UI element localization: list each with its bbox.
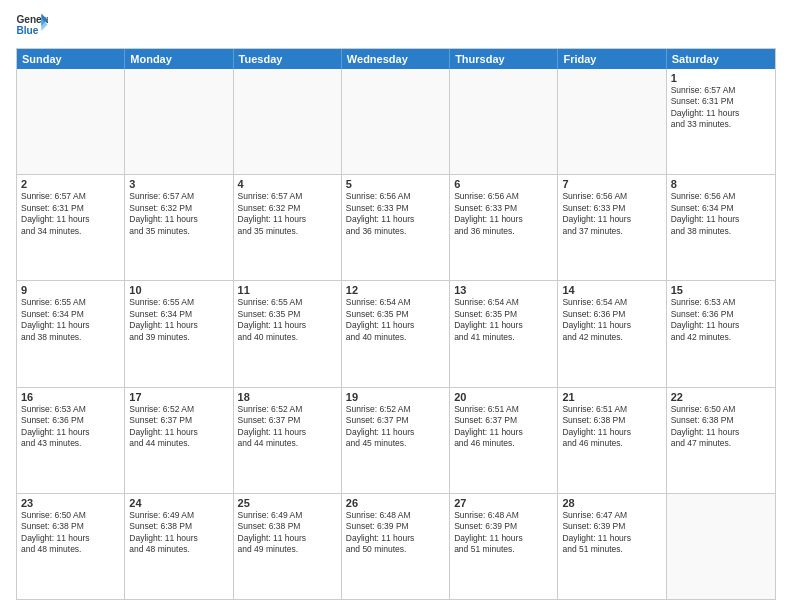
cell-day-number: 9 [21,284,120,296]
calendar-cell: 20Sunrise: 6:51 AM Sunset: 6:37 PM Dayli… [450,388,558,493]
calendar-cell [125,69,233,174]
calendar-cell: 18Sunrise: 6:52 AM Sunset: 6:37 PM Dayli… [234,388,342,493]
calendar-cell: 11Sunrise: 6:55 AM Sunset: 6:35 PM Dayli… [234,281,342,386]
logo-icon: General Blue [16,12,48,40]
logo: General Blue [16,12,48,40]
cell-info: Sunrise: 6:57 AM Sunset: 6:32 PM Dayligh… [129,191,228,237]
svg-text:Blue: Blue [16,25,38,36]
cell-day-number: 13 [454,284,553,296]
cell-info: Sunrise: 6:52 AM Sunset: 6:37 PM Dayligh… [346,404,445,450]
calendar-cell [17,69,125,174]
cell-day-number: 25 [238,497,337,509]
cell-day-number: 21 [562,391,661,403]
cell-day-number: 19 [346,391,445,403]
cell-info: Sunrise: 6:53 AM Sunset: 6:36 PM Dayligh… [671,297,771,343]
cell-info: Sunrise: 6:48 AM Sunset: 6:39 PM Dayligh… [346,510,445,556]
cell-day-number: 14 [562,284,661,296]
cell-day-number: 24 [129,497,228,509]
week-row-0: 1Sunrise: 6:57 AM Sunset: 6:31 PM Daylig… [17,69,775,175]
calendar-cell: 1Sunrise: 6:57 AM Sunset: 6:31 PM Daylig… [667,69,775,174]
cell-day-number: 17 [129,391,228,403]
calendar-cell: 9Sunrise: 6:55 AM Sunset: 6:34 PM Daylig… [17,281,125,386]
cell-day-number: 12 [346,284,445,296]
calendar-cell: 15Sunrise: 6:53 AM Sunset: 6:36 PM Dayli… [667,281,775,386]
calendar-cell: 16Sunrise: 6:53 AM Sunset: 6:36 PM Dayli… [17,388,125,493]
calendar-cell: 22Sunrise: 6:50 AM Sunset: 6:38 PM Dayli… [667,388,775,493]
cell-day-number: 28 [562,497,661,509]
cell-info: Sunrise: 6:53 AM Sunset: 6:36 PM Dayligh… [21,404,120,450]
calendar-cell: 14Sunrise: 6:54 AM Sunset: 6:36 PM Dayli… [558,281,666,386]
cell-day-number: 23 [21,497,120,509]
cell-day-number: 3 [129,178,228,190]
week-row-2: 9Sunrise: 6:55 AM Sunset: 6:34 PM Daylig… [17,281,775,387]
cell-day-number: 1 [671,72,771,84]
cell-info: Sunrise: 6:55 AM Sunset: 6:34 PM Dayligh… [21,297,120,343]
cell-info: Sunrise: 6:54 AM Sunset: 6:35 PM Dayligh… [454,297,553,343]
weeks: 1Sunrise: 6:57 AM Sunset: 6:31 PM Daylig… [17,69,775,599]
cell-info: Sunrise: 6:55 AM Sunset: 6:34 PM Dayligh… [129,297,228,343]
calendar-cell: 3Sunrise: 6:57 AM Sunset: 6:32 PM Daylig… [125,175,233,280]
cell-day-number: 8 [671,178,771,190]
cell-info: Sunrise: 6:49 AM Sunset: 6:38 PM Dayligh… [238,510,337,556]
calendar-cell [450,69,558,174]
cell-info: Sunrise: 6:48 AM Sunset: 6:39 PM Dayligh… [454,510,553,556]
cell-info: Sunrise: 6:52 AM Sunset: 6:37 PM Dayligh… [238,404,337,450]
cell-info: Sunrise: 6:51 AM Sunset: 6:38 PM Dayligh… [562,404,661,450]
calendar-cell: 23Sunrise: 6:50 AM Sunset: 6:38 PM Dayli… [17,494,125,599]
cell-day-number: 15 [671,284,771,296]
page: General Blue SundayMondayTuesdayWednesda… [0,0,792,612]
cell-day-number: 5 [346,178,445,190]
day-header-wednesday: Wednesday [342,49,450,69]
cell-info: Sunrise: 6:56 AM Sunset: 6:33 PM Dayligh… [454,191,553,237]
cell-info: Sunrise: 6:57 AM Sunset: 6:32 PM Dayligh… [238,191,337,237]
calendar-cell: 6Sunrise: 6:56 AM Sunset: 6:33 PM Daylig… [450,175,558,280]
calendar-cell [342,69,450,174]
calendar-cell: 19Sunrise: 6:52 AM Sunset: 6:37 PM Dayli… [342,388,450,493]
calendar-cell: 10Sunrise: 6:55 AM Sunset: 6:34 PM Dayli… [125,281,233,386]
cell-info: Sunrise: 6:57 AM Sunset: 6:31 PM Dayligh… [21,191,120,237]
calendar-cell: 28Sunrise: 6:47 AM Sunset: 6:39 PM Dayli… [558,494,666,599]
cell-day-number: 26 [346,497,445,509]
day-header-sunday: Sunday [17,49,125,69]
cell-info: Sunrise: 6:56 AM Sunset: 6:33 PM Dayligh… [562,191,661,237]
cell-info: Sunrise: 6:51 AM Sunset: 6:37 PM Dayligh… [454,404,553,450]
day-header-saturday: Saturday [667,49,775,69]
week-row-3: 16Sunrise: 6:53 AM Sunset: 6:36 PM Dayli… [17,388,775,494]
day-header-thursday: Thursday [450,49,558,69]
calendar-cell: 21Sunrise: 6:51 AM Sunset: 6:38 PM Dayli… [558,388,666,493]
cell-day-number: 11 [238,284,337,296]
calendar-cell [558,69,666,174]
cell-info: Sunrise: 6:55 AM Sunset: 6:35 PM Dayligh… [238,297,337,343]
cell-day-number: 16 [21,391,120,403]
cell-info: Sunrise: 6:50 AM Sunset: 6:38 PM Dayligh… [671,404,771,450]
day-header-friday: Friday [558,49,666,69]
cell-day-number: 4 [238,178,337,190]
header: General Blue [16,12,776,40]
calendar-cell: 7Sunrise: 6:56 AM Sunset: 6:33 PM Daylig… [558,175,666,280]
cell-day-number: 7 [562,178,661,190]
calendar-cell: 27Sunrise: 6:48 AM Sunset: 6:39 PM Dayli… [450,494,558,599]
day-header-monday: Monday [125,49,233,69]
cell-day-number: 20 [454,391,553,403]
cell-day-number: 27 [454,497,553,509]
week-row-1: 2Sunrise: 6:57 AM Sunset: 6:31 PM Daylig… [17,175,775,281]
cell-day-number: 6 [454,178,553,190]
calendar-cell: 8Sunrise: 6:56 AM Sunset: 6:34 PM Daylig… [667,175,775,280]
cell-day-number: 2 [21,178,120,190]
week-row-4: 23Sunrise: 6:50 AM Sunset: 6:38 PM Dayli… [17,494,775,599]
calendar-cell: 25Sunrise: 6:49 AM Sunset: 6:38 PM Dayli… [234,494,342,599]
cell-info: Sunrise: 6:50 AM Sunset: 6:38 PM Dayligh… [21,510,120,556]
calendar-cell: 13Sunrise: 6:54 AM Sunset: 6:35 PM Dayli… [450,281,558,386]
day-header-tuesday: Tuesday [234,49,342,69]
calendar-cell: 24Sunrise: 6:49 AM Sunset: 6:38 PM Dayli… [125,494,233,599]
cell-info: Sunrise: 6:57 AM Sunset: 6:31 PM Dayligh… [671,85,771,131]
calendar-cell: 4Sunrise: 6:57 AM Sunset: 6:32 PM Daylig… [234,175,342,280]
cell-info: Sunrise: 6:56 AM Sunset: 6:34 PM Dayligh… [671,191,771,237]
calendar-cell [234,69,342,174]
cell-day-number: 22 [671,391,771,403]
cell-day-number: 18 [238,391,337,403]
cell-info: Sunrise: 6:47 AM Sunset: 6:39 PM Dayligh… [562,510,661,556]
calendar-cell: 26Sunrise: 6:48 AM Sunset: 6:39 PM Dayli… [342,494,450,599]
calendar-cell: 2Sunrise: 6:57 AM Sunset: 6:31 PM Daylig… [17,175,125,280]
cell-info: Sunrise: 6:54 AM Sunset: 6:35 PM Dayligh… [346,297,445,343]
